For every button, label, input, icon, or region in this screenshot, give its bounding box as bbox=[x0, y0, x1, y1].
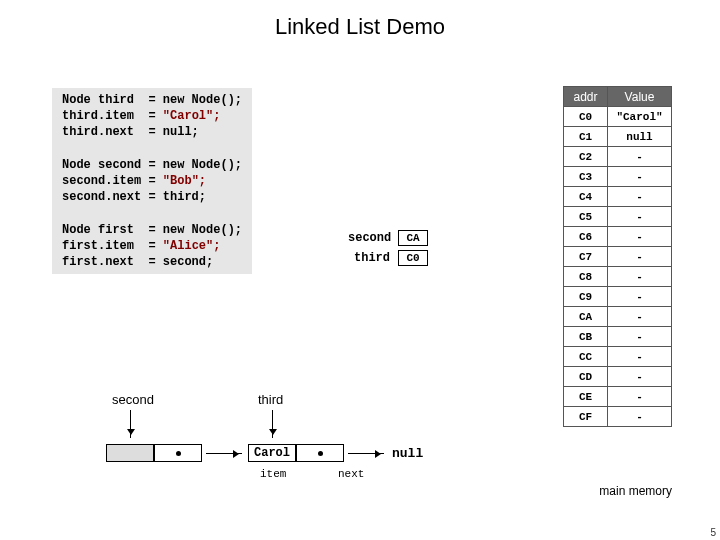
memory-value-cell: - bbox=[608, 307, 672, 327]
table-row: C3- bbox=[564, 167, 672, 187]
memory-addr-cell: C1 bbox=[564, 127, 608, 147]
memory-caption: main memory bbox=[599, 484, 672, 498]
memory-addr-cell: CA bbox=[564, 307, 608, 327]
memory-addr-cell: CD bbox=[564, 367, 608, 387]
pointer-row-second: second CA bbox=[348, 228, 428, 248]
table-row: C5- bbox=[564, 207, 672, 227]
code-line: Node third = new Node(); bbox=[62, 93, 242, 107]
table-row: C6- bbox=[564, 227, 672, 247]
node-next-cell bbox=[296, 444, 344, 462]
table-row: CA- bbox=[564, 307, 672, 327]
memory-addr-cell: C2 bbox=[564, 147, 608, 167]
pointer-name: second bbox=[348, 231, 398, 245]
memory-addr-cell: CC bbox=[564, 347, 608, 367]
memory-value-cell: - bbox=[608, 407, 672, 427]
memory-value-cell: - bbox=[608, 147, 672, 167]
memory-value-cell: - bbox=[608, 207, 672, 227]
table-row: C1null bbox=[564, 127, 672, 147]
table-row: C9- bbox=[564, 287, 672, 307]
node-item-cell bbox=[106, 444, 154, 462]
table-row: C8- bbox=[564, 267, 672, 287]
memory-addr-cell: C4 bbox=[564, 187, 608, 207]
table-row: CE- bbox=[564, 387, 672, 407]
memory-header-value: Value bbox=[608, 87, 672, 107]
table-row: CD- bbox=[564, 367, 672, 387]
third-label: third bbox=[258, 392, 283, 407]
memory-addr-cell: C9 bbox=[564, 287, 608, 307]
pointer-labels: second CA third C0 bbox=[348, 228, 428, 268]
null-label: null bbox=[392, 446, 423, 461]
table-row: CB- bbox=[564, 327, 672, 347]
item-caption: item bbox=[260, 468, 286, 480]
memory-header-addr: addr bbox=[564, 87, 608, 107]
memory-addr-cell: C0 bbox=[564, 107, 608, 127]
table-row: C0"Carol" bbox=[564, 107, 672, 127]
page-number: 5 bbox=[710, 527, 716, 538]
arrow-right-icon bbox=[348, 453, 384, 454]
memory-value-cell: - bbox=[608, 247, 672, 267]
memory-addr-cell: C3 bbox=[564, 167, 608, 187]
code-line: first.item = bbox=[62, 239, 163, 253]
node-item-cell: Carol bbox=[248, 444, 296, 462]
code-string: "Alice"; bbox=[163, 239, 221, 253]
code-line: third.item = bbox=[62, 109, 163, 123]
table-row: C7- bbox=[564, 247, 672, 267]
arrow-right-icon bbox=[206, 453, 242, 454]
table-row: C2- bbox=[564, 147, 672, 167]
code-line: Node second = new Node(); bbox=[62, 158, 242, 172]
code-line: first.next = second; bbox=[62, 255, 213, 269]
code-block: Node third = new Node(); third.item = "C… bbox=[52, 88, 252, 274]
memory-value-cell: - bbox=[608, 367, 672, 387]
node-next-cell bbox=[154, 444, 202, 462]
memory-addr-cell: C7 bbox=[564, 247, 608, 267]
dot-icon bbox=[176, 451, 181, 456]
code-line: third.next = null; bbox=[62, 125, 199, 139]
memory-value-cell: - bbox=[608, 327, 672, 347]
arrow-down-icon bbox=[272, 410, 273, 438]
memory-addr-cell: C5 bbox=[564, 207, 608, 227]
pointer-box: C0 bbox=[398, 250, 428, 266]
code-line: Node first = new Node(); bbox=[62, 223, 242, 237]
memory-value-cell: - bbox=[608, 167, 672, 187]
page-title: Linked List Demo bbox=[0, 0, 720, 58]
code-string: "Carol"; bbox=[163, 109, 221, 123]
pointer-name: third bbox=[348, 251, 398, 265]
table-row: CF- bbox=[564, 407, 672, 427]
memory-value-cell: - bbox=[608, 227, 672, 247]
memory-value-cell: "Carol" bbox=[608, 107, 672, 127]
arrow-down-icon bbox=[130, 410, 131, 438]
pointer-row-third: third C0 bbox=[348, 248, 428, 268]
memory-addr-cell: CB bbox=[564, 327, 608, 347]
memory-addr-cell: CE bbox=[564, 387, 608, 407]
memory-addr-cell: C8 bbox=[564, 267, 608, 287]
node-third: Carol bbox=[248, 444, 344, 462]
memory-value-cell: - bbox=[608, 287, 672, 307]
table-row: C4- bbox=[564, 187, 672, 207]
dot-icon bbox=[318, 451, 323, 456]
pointer-box: CA bbox=[398, 230, 428, 246]
memory-value-cell: - bbox=[608, 387, 672, 407]
second-label: second bbox=[112, 392, 154, 407]
table-row: CC- bbox=[564, 347, 672, 367]
memory-value-cell: - bbox=[608, 187, 672, 207]
memory-addr-cell: C6 bbox=[564, 227, 608, 247]
memory-value-cell: null bbox=[608, 127, 672, 147]
code-line: second.next = third; bbox=[62, 190, 206, 204]
next-caption: next bbox=[338, 468, 364, 480]
code-line: second.item = bbox=[62, 174, 163, 188]
memory-table: addr Value C0"Carol"C1nullC2-C3-C4-C5-C6… bbox=[563, 86, 672, 427]
node-second bbox=[106, 444, 202, 462]
memory-addr-cell: CF bbox=[564, 407, 608, 427]
memory-value-cell: - bbox=[608, 347, 672, 367]
memory-value-cell: - bbox=[608, 267, 672, 287]
code-string: "Bob"; bbox=[163, 174, 206, 188]
